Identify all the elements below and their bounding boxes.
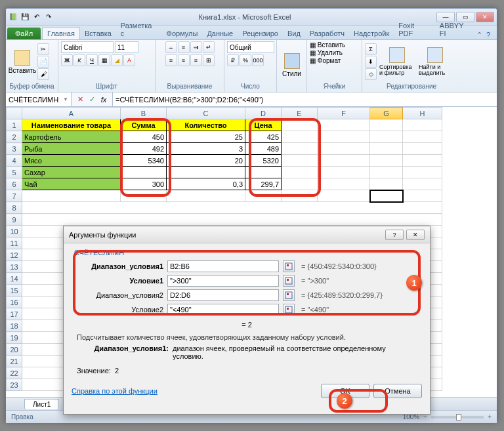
tab-review[interactable]: Рецензиро [238,28,283,39]
zoom-in-button[interactable]: + [488,413,492,421]
col-header[interactable]: G [370,108,403,119]
bold-button[interactable]: Ж [61,54,73,66]
select-all-corner[interactable] [7,108,22,119]
wrap-text-button[interactable]: ↵ [203,41,215,53]
align-left-button[interactable]: ≡ [165,54,177,66]
fill-button[interactable]: ⬇ [365,56,377,68]
clear-button[interactable]: ◇ [365,68,377,80]
format-cells-button[interactable]: ▦ Формат [310,57,359,64]
sheet-tab[interactable]: Лист1 [24,399,59,409]
tab-layout[interactable]: Разметка с [116,20,162,39]
fx-button[interactable]: fx [99,96,108,104]
arg-input[interactable]: "<490" [167,304,279,316]
arg-result: = ">300" [301,277,329,285]
number-format-combo[interactable]: Общий [227,41,274,53]
styles-button[interactable]: Стили [280,52,304,79]
tab-insert[interactable]: Вставка [80,28,116,39]
excel-icon: 📗 [9,12,18,22]
autosum-button[interactable]: Σ [365,43,377,55]
paste-icon [14,50,30,66]
group-edit: Редактирование [365,82,458,91]
insert-cells-button[interactable]: ▦ Вставить [310,41,359,49]
col-header[interactable]: A [22,108,121,119]
tab-view[interactable]: Вид [283,28,305,39]
col-header[interactable]: E [282,108,318,119]
tab-foxit[interactable]: Foxit PDF [394,20,435,39]
col-header[interactable]: D [245,108,282,119]
tab-abbyy[interactable]: ABBYY FI [435,20,476,39]
range-selector-button[interactable] [283,275,295,287]
border-button[interactable]: ▦ [98,54,110,66]
cancel-formula-button[interactable]: ✕ [75,95,85,104]
range-selector-button[interactable] [283,289,295,301]
col-header[interactable]: B [121,108,167,119]
sort-filter-button[interactable]: Сортировка и фильтр [378,46,416,77]
tab-addins[interactable]: Надстройк [349,28,394,39]
percent-button[interactable]: % [240,54,251,66]
font-color-button[interactable]: A [123,54,135,66]
align-middle-button[interactable]: ≡ [178,41,190,53]
cell[interactable]: Цена [245,119,282,131]
underline-button[interactable]: Ч [86,54,98,66]
cell[interactable] [370,119,403,131]
align-right-button[interactable]: ≡ [190,54,202,66]
col-header[interactable]: C [167,108,245,119]
col-header[interactable]: H [403,108,442,119]
currency-button[interactable]: ₽ [227,54,239,66]
cell[interactable] [318,119,370,131]
tab-data[interactable]: Данные [202,28,238,39]
function-description: Подсчитывает количество ячеек, удовлетво… [77,333,417,342]
help-icon[interactable]: ? [486,31,490,39]
name-box[interactable]: СЧЁТЕСЛИМН ▼ [6,92,72,106]
row-header[interactable]: 1 [7,119,22,131]
align-top-button[interactable]: ⫠ [165,41,177,53]
align-center-button[interactable]: ≡ [178,54,190,66]
align-bottom-button[interactable]: ⫥ [190,41,202,53]
font-name-combo[interactable]: Calibri [61,41,114,53]
arg-input[interactable]: B2:B6 [167,260,279,272]
dialog-close-button[interactable]: ✕ [406,230,425,240]
cell[interactable] [282,119,318,131]
ok-button[interactable]: OK [321,384,369,398]
col-header[interactable]: F [318,108,370,119]
dialog-help-button[interactable]: ? [385,230,404,240]
tab-home[interactable]: Главная [42,27,80,39]
cell[interactable]: Сумма [121,119,167,131]
range-selector-button[interactable] [283,304,295,316]
dialog-title: Аргументы функции [69,231,136,239]
enter-formula-button[interactable]: ✓ [87,95,96,104]
save-icon[interactable]: 💾 [20,12,30,22]
tab-formulas[interactable]: Формулы [162,28,203,39]
arg-input[interactable]: ">300" [167,275,279,287]
format-painter-button[interactable]: 🖌 [37,68,49,80]
redo-icon[interactable]: ↷ [44,12,53,22]
fill-color-button[interactable]: ◢ [111,54,123,66]
function-help-link[interactable]: Справка по этой функции [72,387,158,395]
paste-button[interactable]: Вставить [9,49,36,75]
font-size-combo[interactable]: 11 [115,41,138,53]
comma-button[interactable]: 000 [252,54,264,66]
arg-input[interactable]: D2:D6 [167,289,279,301]
italic-button[interactable]: К [74,54,85,66]
active-cell[interactable] [370,190,403,202]
range-selector-button[interactable] [283,260,295,272]
cell[interactable] [403,119,442,131]
delete-cells-button[interactable]: ▦ Удалить [310,49,359,56]
cut-button[interactable]: ✂ [37,43,49,55]
copy-button[interactable]: 📄 [37,56,49,68]
formula-input[interactable]: =СЧЁТЕСЛИМН(B2:B6;">300";D2:D6;"<490") [113,92,497,106]
cell[interactable]: Количество [167,119,245,131]
cell[interactable]: Наименование товара [22,119,121,131]
close-button[interactable]: ✕ [476,12,494,22]
zoom-slider[interactable] [431,416,484,419]
merge-button[interactable]: ⊞ [203,54,215,66]
find-icon [427,47,443,63]
group-clipboard: Буфер обмена [9,82,55,91]
file-tab[interactable]: Файл [7,28,41,39]
find-button[interactable]: Найти и выделить [417,46,453,77]
undo-icon[interactable]: ↶ [32,12,41,22]
cancel-button[interactable]: Отмена [373,384,422,398]
group-cells: Ячейки [310,82,359,91]
tab-developer[interactable]: Разработч [305,28,349,39]
ribbon-minimize-icon[interactable]: ⌃ [476,31,482,39]
